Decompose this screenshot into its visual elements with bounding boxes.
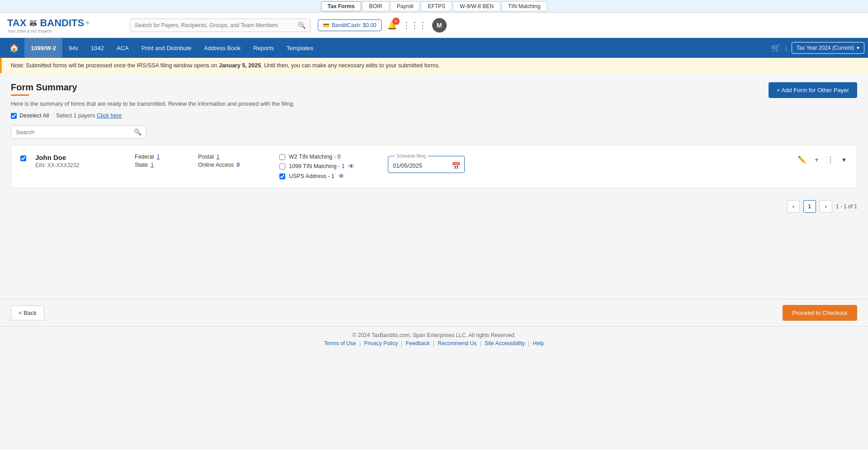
w2-tin-checkbox[interactable] (279, 154, 285, 160)
bandit-cash-label: BanditCash: $0.00 (332, 22, 377, 28)
edit-btn[interactable]: ✏️ (796, 154, 808, 166)
top-nav-tin-matching[interactable]: TIN Matching (501, 1, 547, 11)
nav-print-distribute[interactable]: Print and Distribute (135, 38, 198, 58)
federal-count[interactable]: 1 (156, 154, 160, 160)
logo-tagline: Your 1099 & W2 Experts (7, 29, 89, 33)
card-actions: ✏️ + ⋮ ▾ (796, 154, 848, 166)
schedule-date-value: 01/05/2025 (393, 162, 422, 169)
nav-address-book[interactable]: Address Book (198, 38, 247, 58)
logo-tax-text: TAX (7, 17, 26, 29)
more-btn[interactable]: ⋮ (825, 154, 836, 166)
search-input[interactable] (135, 22, 298, 28)
usps-address-row: USPS Address - 1 👁 (279, 173, 379, 180)
top-nav-boir[interactable]: BOIR (362, 1, 389, 11)
payer-search-input[interactable] (16, 129, 134, 136)
calendar-icon[interactable]: 📅 (452, 161, 461, 170)
expand-btn[interactable]: ▾ (840, 154, 848, 166)
tax-year-label: Tax Year 2024 (Current) (797, 45, 854, 51)
home-nav-btn[interactable]: 🏠 (4, 43, 24, 53)
nav-1099-w2[interactable]: 1099/W-2 (24, 38, 62, 58)
logo: TAX 🦝 BANDITS ® Your 1099 & W2 Experts (7, 17, 89, 33)
nav-1042[interactable]: 1042 (85, 38, 110, 58)
state-label: State (135, 162, 148, 168)
tax-year-btn[interactable]: Tax Year 2024 (Current) ▾ (792, 42, 864, 54)
page-title: Form Summary (11, 82, 77, 93)
page-header: Form Summary + Add Form for Other Payer (11, 82, 857, 98)
top-nav-eftps[interactable]: EFTPS (421, 1, 452, 11)
filing-counts: Federal 1 State 1 (135, 154, 189, 168)
back-btn[interactable]: < Back (11, 305, 44, 320)
apps-btn[interactable]: ⋮⋮⋮ (402, 20, 427, 30)
page-range-info: 1 - 1 of 1 (836, 203, 857, 210)
online-access-label: Online Access (198, 162, 234, 168)
prev-page-btn[interactable]: ‹ (787, 200, 800, 213)
online-access-row: Online Access 0 (198, 162, 270, 168)
footer-feedback-link[interactable]: Feedback (406, 340, 430, 347)
tin1099-matching-row: 1099 TIN Matching - 1 👁 (279, 163, 379, 170)
tin1099-eye-icon[interactable]: 👁 (348, 163, 354, 170)
online-access-count[interactable]: 0 (236, 162, 240, 168)
usps-eye-icon[interactable]: 👁 (338, 173, 344, 180)
payer-search-box[interactable]: 🔍 (11, 125, 146, 139)
page-1-btn[interactable]: 1 (803, 200, 816, 213)
payer-name: John Doe (35, 154, 126, 161)
logo-icon: 🦝 (28, 18, 38, 28)
add-btn[interactable]: + (813, 154, 821, 166)
footer-terms-link[interactable]: Terms of Use (324, 340, 356, 347)
next-page-btn[interactable]: › (820, 200, 832, 213)
proceed-btn[interactable]: Proceed to Checkout (783, 305, 857, 321)
deselect-all-label[interactable]: Deselect All (11, 112, 49, 119)
postal-label: Postal (198, 154, 214, 160)
notification-badge: 0 (392, 18, 400, 25)
header-right: 💳 BanditCash: $0.00 🔔 0 ⋮⋮⋮ M (318, 18, 447, 33)
schedule-fieldset: Schedule filing 01/05/2025 📅 (388, 154, 465, 173)
bandit-cash-btn[interactable]: 💳 BanditCash: $0.00 (318, 19, 382, 31)
chevron-down-icon: ▾ (857, 45, 859, 51)
bandit-cash-wallet-icon: 💳 (323, 22, 330, 28)
deselect-all-text: Deselect All (19, 112, 49, 119)
avatar[interactable]: M (432, 18, 447, 33)
logo-registered: ® (86, 21, 89, 25)
state-count[interactable]: 1 (151, 162, 154, 168)
footer-copyright: © 2024 TaxBandits.com, Span Enterprises … (5, 332, 863, 338)
schedule-legend: Schedule filing (395, 154, 428, 159)
top-nav-items: Tax Forms BOIR Payroll EFTPS W-9/W-8 BEN… (321, 1, 547, 11)
payer-search-icon[interactable]: 🔍 (134, 128, 142, 136)
nav-reports[interactable]: Reports (247, 38, 280, 58)
footer-accessibility-link[interactable]: Site Accessibility (485, 340, 525, 347)
top-nav-tax-forms[interactable]: Tax Forms (321, 1, 362, 11)
payer-checkbox[interactable] (20, 155, 26, 161)
federal-label: Federal (135, 154, 154, 160)
footer-recommend-link[interactable]: Recommend Us (438, 340, 476, 347)
cart-icon[interactable]: 🛒 (771, 43, 781, 53)
usps-address-checkbox[interactable] (279, 173, 285, 179)
deselect-all-checkbox[interactable] (11, 113, 17, 119)
top-nav-w9w8ben[interactable]: W-9/W-8 BEN (453, 1, 500, 11)
matching-section: W2 TIN Matching - 0 1099 TIN Matching - … (279, 154, 379, 180)
nav-templates[interactable]: Templates (280, 38, 320, 58)
search-bar[interactable]: 🔍 (130, 19, 311, 32)
search-icon[interactable]: 🔍 (298, 22, 306, 29)
click-here-link[interactable]: Click here (97, 112, 122, 119)
top-nav-payroll[interactable]: Payroll (390, 1, 420, 11)
payer-info: John Doe EIN: XX-XXX3232 (35, 154, 126, 169)
w2-tin-matching-row: W2 TIN Matching - 0 (279, 154, 379, 160)
footer-help-link[interactable]: Help (533, 340, 544, 347)
page-title-underline (11, 94, 29, 96)
w2-tin-label: W2 TIN Matching - 0 (289, 154, 340, 160)
postal-counts: Postal 1 Online Access 0 (198, 154, 270, 168)
notice-banner: Note: Submitted forms will be processed … (0, 58, 868, 73)
footer-privacy-link[interactable]: Privacy Policy (364, 340, 398, 347)
usps-address-label: USPS Address - 1 (289, 173, 335, 179)
tin1099-label: 1099 TIN Matching - 1 (289, 163, 344, 169)
nav-aca[interactable]: ACA (110, 38, 135, 58)
postal-count[interactable]: 1 (217, 154, 220, 160)
select-payers-label: Select 1 payers Click here (56, 112, 122, 119)
nav-94x[interactable]: 94x (62, 38, 85, 58)
notice-date: January 5, 2025 (219, 62, 261, 69)
federal-count-row: Federal 1 (135, 154, 189, 160)
notice-text-2: . Until then, you can make any necessary… (261, 62, 440, 69)
add-form-btn[interactable]: + Add Form for Other Payer (769, 82, 857, 98)
notification-btn[interactable]: 🔔 0 (387, 20, 397, 30)
tin1099-checkbox[interactable] (279, 164, 285, 169)
